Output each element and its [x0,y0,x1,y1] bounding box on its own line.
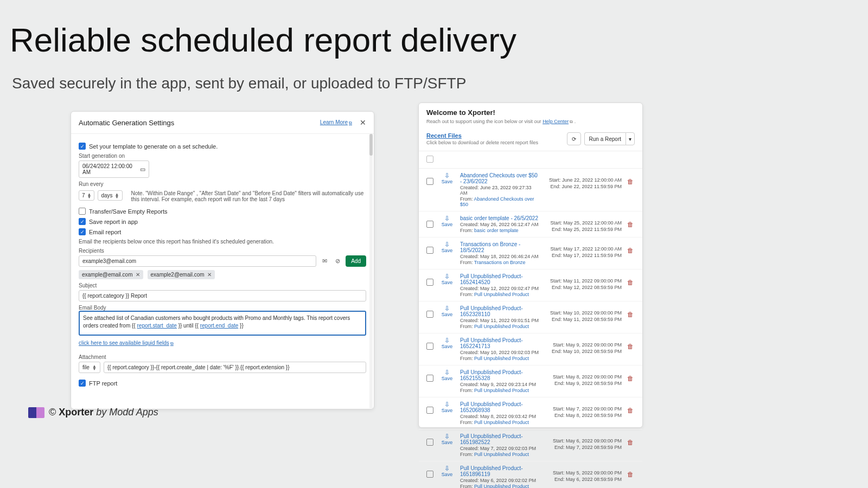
transfer-empty-checkbox[interactable] [79,208,86,215]
template-link[interactable]: Pull Unpublished Product [474,324,529,329]
save-file-button[interactable]: ⇩Save [439,273,455,286]
refresh-button[interactable]: ⟳ [567,132,581,145]
attachment-filename-input[interactable]: {{ report.category }}-{{ report.create_d… [104,362,366,373]
delete-file-button[interactable]: 🗑 [627,433,635,446]
start-datetime-input[interactable]: 06/24/2022 12:00:00 AM ▭ [79,160,149,178]
recipients-label: Recipients [79,248,366,254]
file-row: ⇩SaveAbandoned Checkouts over $50 - 23/6… [419,169,642,211]
file-name-link[interactable]: basic order template - 26/5/2022 [460,215,539,221]
file-checkbox[interactable] [426,343,433,350]
file-name-link[interactable]: Pull Unpublished Product-1652241713 [460,337,539,349]
file-name-link[interactable]: Pull Unpublished Product-1652328110 [460,305,539,317]
delete-file-button[interactable]: 🗑 [627,172,635,185]
file-checkbox[interactable] [426,407,433,414]
file-from: From: Pull Unpublished Product [460,452,539,457]
file-from: From: Pull Unpublished Product [460,356,539,361]
delete-file-button[interactable]: 🗑 [627,337,635,350]
trash-icon: 🗑 [627,407,634,414]
template-link[interactable]: basic order template [474,228,519,233]
file-checkbox[interactable] [426,471,433,478]
recipient-input[interactable]: example3@email.com [79,255,316,267]
email-hint: Email the recipients below once this rep… [79,239,366,245]
run-report-dropdown[interactable]: ▾ [626,132,635,145]
liquid-fields-link[interactable]: click here to see available liquid field… [79,340,174,346]
delete-file-button[interactable]: 🗑 [627,305,635,318]
external-link-icon: ⧉ [570,119,573,124]
remove-chip-icon[interactable]: ✕ [207,272,212,278]
external-link-icon: ⧉ [170,341,174,346]
template-link[interactable]: Pull Unpublished Product [474,452,529,457]
save-file-button[interactable]: ⇩Save [439,172,455,185]
run-every-unit[interactable]: days▲▼ [98,190,122,201]
run-report-button[interactable]: Run a Report [584,132,626,145]
email-icon[interactable]: ✉ [320,256,329,266]
save-file-button[interactable]: ⇩Save [439,369,455,382]
liquid-var-link[interactable]: report.start_date [137,323,177,329]
file-start: Start: May 8, 2022 09:00:00 PM [545,374,622,380]
template-link[interactable]: Pull Unpublished Product [474,292,529,297]
email-report-label: Email report [89,229,121,235]
delete-file-button[interactable]: 🗑 [627,401,635,414]
save-file-button[interactable]: ⇩Save [439,241,455,254]
recent-files-link[interactable]: Recent Files [426,132,538,139]
remove-chip-icon[interactable]: ✕ [136,272,140,278]
run-every-value[interactable]: 7▲▼ [79,190,94,201]
file-checkbox[interactable] [426,279,433,286]
attachment-type-select[interactable]: file▲▼ [79,362,100,373]
template-link[interactable]: Pull Unpublished Product [474,420,529,425]
save-file-button[interactable]: ⇩Save [439,337,455,350]
file-end: End: May 25, 2022 11:59:59 PM [545,226,622,233]
delete-file-button[interactable]: 🗑 [627,465,635,478]
select-all-checkbox[interactable] [426,156,433,163]
file-row: ⇩SaveTransactions on Bronze - 18/5/2022C… [419,237,642,269]
schedule-checkbox[interactable]: ✓ [79,143,86,150]
save-file-button[interactable]: ⇩Save [439,433,455,446]
file-end: End: May 10, 2022 08:59:59 PM [545,348,622,355]
file-name-link[interactable]: Pull Unpublished Product-1652155328 [460,369,539,381]
file-checkbox[interactable] [426,221,433,228]
save-file-button[interactable]: ⇩Save [439,465,455,478]
file-from: From: Pull Unpublished Product [460,420,539,425]
file-name-link[interactable]: Pull Unpublished Product-1652414520 [460,273,539,285]
learn-more-link[interactable]: Learn More⧉ [320,119,352,126]
save-file-button[interactable]: ⇩Save [439,215,455,228]
clear-icon[interactable]: ⊘ [333,256,342,266]
add-button[interactable]: Add [346,255,366,267]
file-checkbox[interactable] [426,375,433,382]
template-link[interactable]: Pull Unpublished Product [474,484,529,488]
file-from: From: basic order template [460,228,539,233]
file-checkbox[interactable] [426,178,433,185]
save-file-button[interactable]: ⇩Save [439,401,455,414]
file-end: End: May 17, 2022 11:59:59 PM [545,252,622,259]
delete-file-button[interactable]: 🗑 [627,369,635,382]
file-name-link[interactable]: Pull Unpublished Product-1651896119 [460,465,539,477]
save-file-button[interactable]: ⇩Save [439,305,455,318]
email-report-checkbox[interactable]: ✓ [79,228,86,235]
file-name-link[interactable]: Transactions on Bronze - 18/5/2022 [460,241,539,253]
file-created: Created: May 18, 2022 06:46:24 AM [460,254,539,259]
template-link[interactable]: Pull Unpublished Product [474,388,529,393]
ftp-report-checkbox[interactable]: ✓ [79,380,86,387]
file-name-link[interactable]: Pull Unpublished Product-1652068938 [460,401,539,413]
delete-file-button[interactable]: 🗑 [627,241,635,254]
recipient-chip: example2@email.com✕ [148,270,215,279]
template-link[interactable]: Abandoned Checkouts over $50 [460,196,534,207]
subject-input[interactable]: {{ report.category }} Report [79,290,366,301]
liquid-var-link[interactable]: report.end_date [200,323,239,329]
delete-file-button[interactable]: 🗑 [627,273,635,286]
scrollbar-thumb[interactable] [369,134,373,156]
help-center-link[interactable]: Help Center [542,119,569,124]
file-checkbox[interactable] [426,439,433,446]
file-name-link[interactable]: Pull Unpublished Product-1651982522 [460,433,539,445]
template-link[interactable]: Transactions on Bronze [474,260,526,265]
scrollbar-track[interactable] [369,134,373,408]
email-body-textarea[interactable]: See attached list of Canadian customers … [79,311,366,336]
close-icon[interactable]: ✕ [360,118,366,127]
save-in-app-checkbox[interactable]: ✓ [79,218,86,225]
template-link[interactable]: Pull Unpublished Product [474,356,529,361]
delete-file-button[interactable]: 🗑 [627,215,635,228]
file-end: End: May 9, 2022 08:59:59 PM [545,380,622,387]
file-checkbox[interactable] [426,311,433,318]
file-checkbox[interactable] [426,247,433,254]
file-name-link[interactable]: Abandoned Checkouts over $50 - 23/6/2022 [460,172,539,184]
